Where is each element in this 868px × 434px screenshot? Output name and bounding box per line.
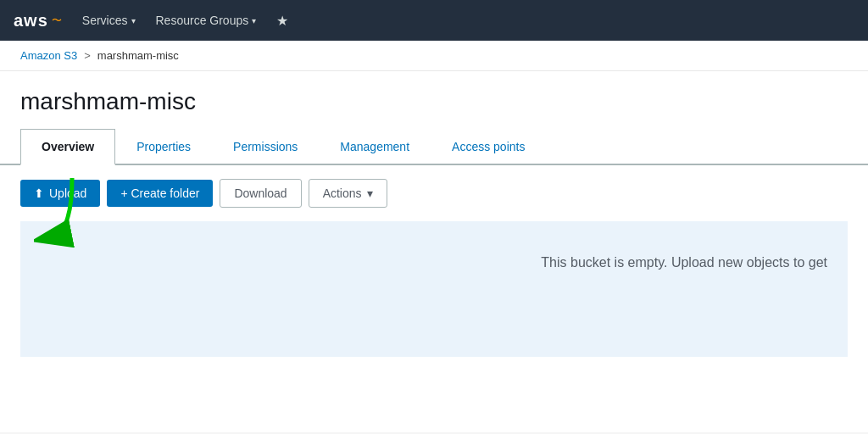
services-label: Services — [82, 14, 128, 27]
create-folder-label: + Create folder — [120, 186, 199, 200]
resource-groups-nav-item[interactable]: Resource Groups ▾ — [156, 14, 257, 27]
breadcrumb-current: marshmam-misc — [97, 49, 179, 62]
resource-groups-label: Resource Groups — [156, 14, 249, 27]
tabs-container: Overview Properties Permissions Manageme… — [0, 129, 868, 165]
tab-management[interactable]: Management — [319, 129, 431, 165]
actions-chevron-icon: ▾ — [367, 186, 373, 200]
actions-label: Actions — [323, 186, 362, 200]
tab-permissions[interactable]: Permissions — [212, 129, 319, 165]
tab-properties[interactable]: Properties — [115, 129, 212, 165]
upload-icon: ⬆ — [34, 186, 44, 200]
tab-overview[interactable]: Overview — [20, 129, 115, 165]
aws-logo-text: aws — [14, 11, 48, 31]
breadcrumb-bar: Amazon S3 > marshmam-misc — [0, 41, 868, 71]
services-chevron-icon: ▾ — [131, 16, 136, 25]
breadcrumb-parent-link[interactable]: Amazon S3 — [20, 49, 77, 62]
upload-label: Upload — [49, 186, 86, 200]
action-bar: ⬆ Upload + Create folder Download Action… — [0, 165, 868, 221]
services-nav-item[interactable]: Services ▾ — [82, 14, 136, 27]
main-content: marshmam-misc Overview Properties Permis… — [0, 71, 868, 432]
download-button[interactable]: Download — [220, 179, 301, 208]
action-bar-container: ⬆ Upload + Create folder Download Action… — [0, 165, 868, 221]
empty-state-area: This bucket is empty. Upload new objects… — [20, 221, 848, 357]
upload-button[interactable]: ⬆ Upload — [20, 180, 100, 207]
page-title-section: marshmam-misc — [0, 71, 868, 115]
tab-access-points[interactable]: Access points — [431, 129, 546, 165]
empty-state-message: This bucket is empty. Upload new objects… — [541, 255, 827, 270]
breadcrumb: Amazon S3 > marshmam-misc — [20, 49, 848, 62]
resource-groups-chevron-icon: ▾ — [252, 16, 256, 25]
favorites-star-icon[interactable]: ★ — [276, 13, 288, 29]
create-folder-button[interactable]: + Create folder — [107, 180, 213, 207]
aws-smile-icon: 〜 — [52, 14, 62, 28]
top-navigation: aws 〜 Services ▾ Resource Groups ▾ ★ — [0, 0, 868, 41]
aws-logo[interactable]: aws 〜 — [14, 11, 62, 31]
page-title: marshmam-misc — [20, 88, 848, 115]
download-label: Download — [234, 186, 287, 200]
breadcrumb-separator: > — [84, 49, 91, 62]
actions-dropdown-button[interactable]: Actions ▾ — [309, 179, 387, 208]
